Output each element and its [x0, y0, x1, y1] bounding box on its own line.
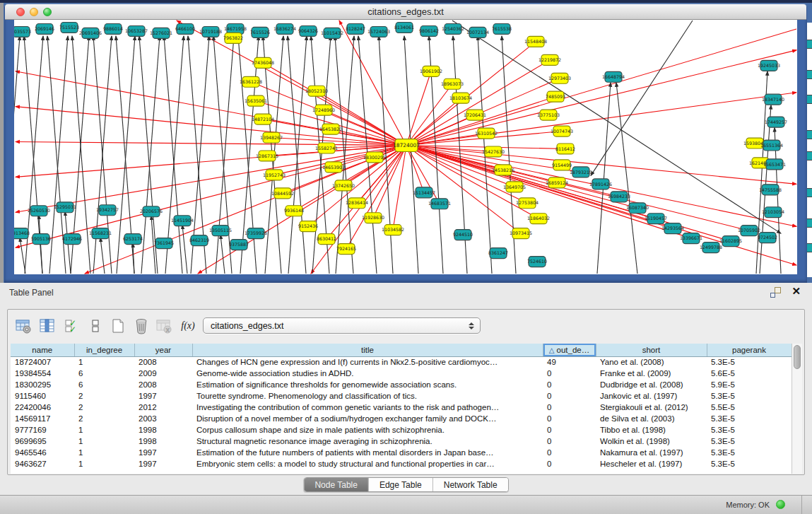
cell-title[interactable]: Embryonic stem cells: a model to study s…: [192, 458, 543, 469]
graph-node[interactable]: 7924165: [336, 244, 356, 255]
cell-pagerank[interactable]: 5.3E-5: [707, 356, 792, 368]
cell-in_degree[interactable]: 1: [74, 356, 134, 368]
table-row[interactable]: 946554611997Estimation of the future num…: [11, 447, 792, 458]
cell-out_degree[interactable]: 0: [543, 379, 596, 390]
table-source-dropdown[interactable]: citations_edges.txt: [203, 317, 481, 334]
close-panel-button[interactable]: ✕: [792, 285, 801, 298]
cell-short[interactable]: Hescheler et al. (1997): [596, 458, 707, 469]
tab-network-table[interactable]: Network Table: [433, 478, 508, 491]
graph-node[interactable]: 14293564: [661, 223, 684, 234]
graph-node[interactable]: 7361945: [154, 238, 174, 249]
row-height-button[interactable]: [86, 317, 105, 335]
table-row[interactable]: 1456911722003Disruption of a novel membe…: [11, 413, 792, 424]
graph-node[interactable]: 4035573: [14, 26, 31, 37]
graph-node[interactable]: 8134061: [394, 22, 414, 33]
graph-node[interactable]: 8116412: [555, 144, 575, 154]
cell-in_degree[interactable]: 1: [74, 458, 134, 469]
cell-out_degree[interactable]: 0: [543, 424, 596, 436]
cell-out_degree[interactable]: 0: [543, 368, 596, 379]
graph-node[interactable]: 8361247: [488, 248, 508, 259]
column-header-year[interactable]: year: [134, 344, 192, 356]
graph-node[interactable]: 17891426: [589, 179, 612, 189]
window-titlebar[interactable]: citations_edges.txt: [5, 4, 806, 20]
graph-node[interactable]: 11451904: [171, 216, 194, 226]
cell-title[interactable]: Investigating the contribution of common…: [192, 402, 543, 413]
cell-name[interactable]: 18724007: [11, 356, 74, 368]
graph-node[interactable]: 11602895: [719, 236, 742, 247]
graph-node[interactable]: 18052310: [305, 86, 328, 96]
graph-node[interactable]: 9375887: [229, 240, 249, 250]
graph-node[interactable]: 19342757: [96, 205, 119, 216]
cell-name[interactable]: 9777169: [11, 424, 74, 436]
graph-node[interactable]: 17449257: [765, 117, 787, 127]
graph-node[interactable]: 16836274: [273, 23, 296, 34]
graph-node[interactable]: 7515523: [59, 22, 79, 33]
graph-node[interactable]: 7963822: [223, 33, 243, 43]
graph-node[interactable]: 18793219: [570, 167, 592, 177]
graph-node[interactable]: 18347140: [762, 94, 784, 105]
graph-node[interactable]: 16453820: [319, 124, 342, 134]
table-row[interactable]: 969969511998Structural magnetic resonanc…: [11, 436, 792, 447]
graph-node[interactable]: 6466100: [175, 23, 195, 34]
graph-node[interactable]: 18300295: [363, 152, 386, 163]
cell-title[interactable]: Genome-wide association studies in ADHD.: [192, 368, 543, 379]
cell-pagerank[interactable]: 5.3E-5: [707, 390, 792, 402]
cell-pagerank[interactable]: 5.3E-5: [707, 413, 792, 424]
cell-short[interactable]: de Silva et al. (2003): [596, 413, 707, 424]
graph-node[interactable]: 12753804: [516, 198, 539, 209]
column-header-name[interactable]: name: [11, 344, 74, 356]
graph-node[interactable]: 16310542: [475, 128, 498, 139]
cell-name[interactable]: 18300295: [11, 379, 74, 390]
cell-pagerank[interactable]: 5.3E-5: [707, 447, 792, 458]
select-attributes-button[interactable]: ✓✓: [63, 317, 81, 335]
cell-name[interactable]: 9699695: [11, 436, 74, 447]
graph-node[interactable]: 12836414: [346, 198, 368, 209]
graph-node[interactable]: 11928630: [362, 213, 384, 223]
column-header-out_degree[interactable]: △out_de…: [543, 344, 596, 356]
cell-name[interactable]: 19384554: [11, 368, 74, 379]
graph-node[interactable]: 9244510: [453, 230, 473, 240]
table-row[interactable]: 1938455462009Genome-wide association stu…: [11, 368, 792, 379]
cell-pagerank[interactable]: 5.6E-5: [707, 368, 792, 379]
graph-node[interactable]: 16551364: [760, 140, 783, 151]
graph-node[interactable]: 20691406: [79, 28, 102, 38]
cell-short[interactable]: Wolkin et al. (1998): [596, 436, 707, 447]
cell-pagerank[interactable]: 5.5E-5: [707, 402, 792, 413]
graph-node[interactable]: 12219872: [539, 54, 561, 65]
cell-year[interactable]: 1998: [134, 424, 192, 436]
cell-short[interactable]: Yano et al. (2008): [596, 356, 707, 368]
graph-node[interactable]: 11952743: [263, 170, 286, 180]
graph-node[interactable]: 16361228: [240, 76, 262, 87]
graph-node[interactable]: 16984233: [608, 192, 630, 202]
graph-node[interactable]: 14872104: [252, 114, 274, 124]
graph-node[interactable]: 17206431: [464, 110, 486, 120]
column-header-title[interactable]: title: [192, 344, 543, 356]
cell-out_degree[interactable]: 0: [543, 436, 596, 447]
cell-in_degree[interactable]: 2: [74, 413, 134, 424]
cell-in_degree[interactable]: 6: [74, 379, 134, 390]
graph-node[interactable]: 7524610: [527, 257, 547, 267]
graph-node[interactable]: 15134457: [413, 187, 435, 198]
graph-node[interactable]: 14538216: [492, 165, 514, 175]
graph-node[interactable]: 15427630: [482, 146, 505, 157]
cell-year[interactable]: 2009: [134, 368, 192, 379]
graph-node[interactable]: 15582741: [315, 143, 338, 153]
graph-node[interactable]: 13775103: [537, 110, 560, 120]
cell-short[interactable]: Franke et al. (2009): [596, 368, 707, 379]
cell-out_degree[interactable]: 0: [543, 447, 596, 458]
graph-node[interactable]: 12103054: [762, 207, 784, 218]
graph-node[interactable]: 19061902: [420, 66, 442, 76]
cell-title[interactable]: Estimation of significance thresholds fo…: [192, 379, 543, 390]
graph-node[interactable]: 9806142: [419, 25, 439, 36]
graph-node[interactable]: 4172946: [62, 234, 82, 245]
cell-name[interactable]: 9115460: [11, 390, 74, 402]
graph-node[interactable]: 18963073: [441, 78, 464, 89]
cell-title[interactable]: Estimation of the future numbers of pati…: [192, 447, 543, 458]
graph-node[interactable]: 16087340: [626, 203, 649, 214]
graph-node[interactable]: 13396671: [680, 233, 702, 244]
graph-node[interactable]: 12867315: [256, 151, 278, 161]
graph-node[interactable]: 9724502: [758, 233, 777, 243]
graph-node[interactable]: 18103674: [449, 93, 472, 103]
graph-node[interactable]: 16859124: [546, 177, 568, 188]
cell-out_degree[interactable]: 49: [543, 356, 596, 368]
